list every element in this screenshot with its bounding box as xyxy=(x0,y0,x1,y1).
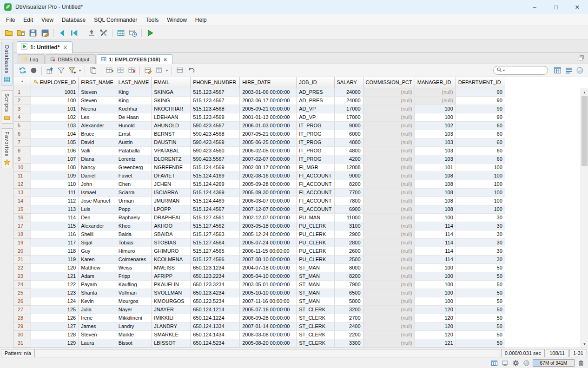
cell[interactable]: KCOLMENA xyxy=(152,255,191,263)
cell[interactable]: Raphaely xyxy=(116,213,151,222)
cell[interactable]: PU_CLERK xyxy=(297,230,334,238)
cell[interactable]: (null) xyxy=(363,121,415,130)
table-row[interactable]: 12110JohnChenJCHEN515.124.42692005-09-28… xyxy=(14,180,505,188)
cell[interactable]: PU_CLERK xyxy=(297,238,334,247)
row-number[interactable]: 16 xyxy=(14,213,31,222)
cell[interactable]: 129 xyxy=(31,339,79,347)
cell[interactable]: 126 xyxy=(31,314,79,322)
cell[interactable]: ST_CLERK xyxy=(297,314,334,322)
cell[interactable]: 100 xyxy=(456,171,505,180)
cell[interactable]: SBAIDA xyxy=(152,230,191,238)
menu-window[interactable]: Window xyxy=(163,15,191,25)
cell[interactable]: Nancy xyxy=(79,163,116,171)
cell[interactable]: 118 xyxy=(31,247,79,255)
cell[interactable]: AD_PRES xyxy=(297,88,334,96)
cell[interactable]: 2003-06-17 00:00:00 xyxy=(240,96,297,105)
menu-tools[interactable]: Tools xyxy=(141,15,163,25)
cell[interactable]: Bissot xyxy=(116,339,151,347)
cell[interactable]: (null) xyxy=(363,105,415,113)
cell[interactable]: ST_MAN xyxy=(297,272,334,280)
cell[interactable]: NKOCHHAR xyxy=(152,105,191,113)
cell[interactable]: 5800 xyxy=(334,297,363,305)
scheduler-icon[interactable] xyxy=(127,27,139,39)
cell[interactable]: Kochhar xyxy=(116,105,151,113)
grid-search-input[interactable] xyxy=(506,68,545,73)
cell[interactable]: 2003-05-18 00:00:00 xyxy=(240,222,297,230)
cell[interactable]: 2700 xyxy=(334,314,363,322)
open-file-icon[interactable] xyxy=(3,27,15,39)
cell[interactable]: 650.123.4234 xyxy=(191,289,240,297)
cell[interactable]: Luis xyxy=(79,205,116,213)
menu-help[interactable]: Help xyxy=(191,15,211,25)
cell[interactable]: 121 xyxy=(31,272,79,280)
cell[interactable]: 2006-02-05 00:00:00 xyxy=(240,146,297,155)
cell[interactable]: 7700 xyxy=(334,188,363,197)
cell[interactable]: Payam xyxy=(79,280,116,289)
cell[interactable]: Fripp xyxy=(116,272,151,280)
editor-tab-untitled[interactable]: 1: Untitled* ✕ xyxy=(17,41,73,53)
cell[interactable]: 650.123.5234 xyxy=(191,297,240,305)
cell[interactable]: Chen xyxy=(116,180,151,188)
cell[interactable]: (null) xyxy=(363,188,415,197)
table-row[interactable]: 21119KarenColmenaresKCOLMENA515.127.4566… xyxy=(14,255,505,263)
cell[interactable]: (null) xyxy=(415,96,456,105)
cell[interactable]: James xyxy=(79,322,116,330)
pause-sphere-icon[interactable] xyxy=(522,359,530,367)
cell[interactable]: 515.123.4569 xyxy=(191,113,240,121)
cell[interactable]: (null) xyxy=(363,88,415,96)
row-number[interactable]: 17 xyxy=(14,222,31,230)
tab-employees-result[interactable]: 1: EMPLOYEES [108] ✕ xyxy=(97,54,172,64)
scrollbar-thumb[interactable] xyxy=(581,96,588,166)
cell[interactable]: 114 xyxy=(31,213,79,222)
cell[interactable]: 50 xyxy=(456,263,505,272)
cell[interactable]: Lex xyxy=(79,113,116,121)
cell[interactable]: 114 xyxy=(415,238,456,247)
table-edit-caret-icon[interactable]: ▾ xyxy=(165,66,169,76)
cell[interactable]: 100 xyxy=(456,180,505,188)
table-row[interactable]: 17115AlexanderKhooAKHOO515.127.45622003-… xyxy=(14,222,505,230)
table-row[interactable]: 6104BruceErnstBERNST590.423.45682007-05-… xyxy=(14,130,505,138)
cell[interactable]: 102 xyxy=(415,121,456,130)
cell[interactable]: Greenberg xyxy=(116,163,151,171)
cell[interactable]: 2002-12-07 00:00:00 xyxy=(240,213,297,222)
row-number[interactable]: 13 xyxy=(14,188,31,197)
cell[interactable]: AKHOO xyxy=(152,222,191,230)
cell[interactable]: 515.127.4566 xyxy=(191,255,240,263)
cell[interactable]: 90 xyxy=(456,113,505,121)
cell[interactable]: STOBIAS xyxy=(152,238,191,247)
cell[interactable]: Den xyxy=(79,213,116,222)
cell[interactable]: 2200 xyxy=(334,330,363,339)
cell[interactable]: 2005-07-24 00:00:00 xyxy=(240,238,297,247)
cell[interactable]: Vollman xyxy=(116,289,151,297)
cell[interactable]: DRAPHEAL xyxy=(152,213,191,222)
column-header-phone_number[interactable]: PHONE_NUMBER xyxy=(191,77,240,88)
row-number[interactable]: 7 xyxy=(14,138,31,146)
table-row[interactable]: 16114DenRaphaelyDRAPHEAL515.127.45612002… xyxy=(14,213,505,222)
cell[interactable]: 6900 xyxy=(334,205,363,213)
cell[interactable]: 9000 xyxy=(334,171,363,180)
column-header-department_id[interactable]: DEPARTMENT_ID xyxy=(456,77,505,88)
cell[interactable]: Sciarra xyxy=(116,188,151,197)
aggregate-icon[interactable] xyxy=(174,66,185,76)
row-number[interactable]: 14 xyxy=(14,197,31,205)
cell[interactable]: 2001-01-13 00:00:00 xyxy=(240,113,297,121)
cell[interactable]: 515.124.4369 xyxy=(191,188,240,197)
cell[interactable]: 120 xyxy=(415,305,456,314)
cell[interactable]: 2007-05-21 00:00:00 xyxy=(240,130,297,138)
cell[interactable]: ST_CLERK xyxy=(297,339,334,347)
cell[interactable]: MWEISS xyxy=(152,263,191,272)
cell[interactable]: 650.124.1224 xyxy=(191,314,240,322)
cell[interactable]: 114 xyxy=(415,222,456,230)
cell[interactable]: 120 xyxy=(415,330,456,339)
table-row[interactable]: 14112Jose ManuelUrmanJMURMAN515.124.4469… xyxy=(14,197,505,205)
cell[interactable]: 515.124.4269 xyxy=(191,180,240,188)
cell[interactable]: 2500 xyxy=(334,255,363,263)
close-tab-icon[interactable]: ✕ xyxy=(62,45,68,50)
cell[interactable]: SMARKLE xyxy=(152,330,191,339)
cell[interactable]: Baida xyxy=(116,230,151,238)
cell[interactable]: AD_VP xyxy=(297,105,334,113)
cell[interactable]: 515.123.4567 xyxy=(191,88,240,96)
cell[interactable]: 112 xyxy=(31,197,79,205)
cell[interactable]: 60 xyxy=(456,121,505,130)
cell[interactable]: 2006-01-03 00:00:00 xyxy=(240,121,297,130)
